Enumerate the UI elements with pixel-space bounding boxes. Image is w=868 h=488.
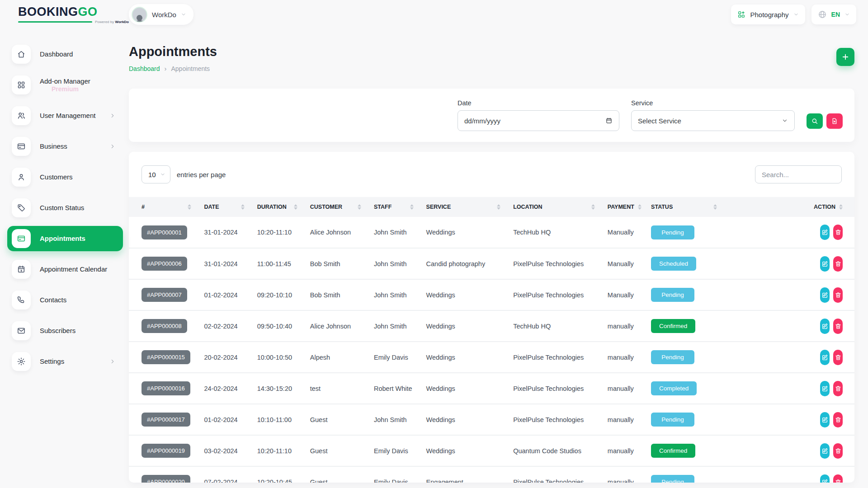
chevron-down-icon bbox=[181, 12, 186, 17]
globe-icon bbox=[818, 10, 827, 19]
cell-service: Weddings bbox=[420, 279, 507, 310]
sidebar-item-sublabel: Premium bbox=[40, 85, 90, 93]
cell-payment: manually bbox=[601, 435, 645, 466]
edit-button[interactable] bbox=[820, 443, 830, 459]
sidebar-item-business[interactable]: Business bbox=[7, 134, 123, 159]
edit-button[interactable] bbox=[820, 256, 830, 272]
delete-button[interactable] bbox=[833, 256, 843, 272]
chevron-right-icon bbox=[109, 358, 116, 365]
column-header-location[interactable]: LOCATION bbox=[507, 197, 601, 217]
sidebar-item-settings[interactable]: Settings bbox=[7, 349, 123, 374]
date-placeholder: dd/mm/yyyy bbox=[464, 117, 500, 125]
sidebar-item-label: Dashboard bbox=[40, 50, 73, 58]
column-header-staff[interactable]: STAFF bbox=[368, 197, 420, 217]
delete-button[interactable] bbox=[833, 225, 843, 240]
cell-payment: manually bbox=[601, 342, 645, 373]
cell-staff: Emily Davis bbox=[368, 466, 420, 483]
table-row: #APP0000016 24-02-2024 14:30-15:20 test … bbox=[129, 373, 854, 404]
edit-button[interactable] bbox=[820, 474, 830, 483]
apply-filter-button[interactable] bbox=[807, 113, 823, 129]
pencil-square-icon bbox=[821, 291, 829, 299]
column-header-date[interactable]: DATE bbox=[198, 197, 250, 217]
delete-button[interactable] bbox=[833, 412, 843, 427]
sidebar-item-custom-status[interactable]: Custom Status bbox=[7, 195, 123, 221]
column-header-service[interactable]: SERVICE bbox=[420, 197, 507, 217]
cell-duration: 09:50-10:40 bbox=[251, 310, 304, 342]
service-select[interactable]: Select Service bbox=[631, 110, 795, 131]
cell-service: Candid photography bbox=[420, 248, 507, 279]
sidebar-item-contacts[interactable]: Contacts bbox=[7, 287, 123, 313]
credit-card-icon bbox=[17, 142, 26, 151]
trash-icon bbox=[835, 354, 842, 361]
edit-button[interactable] bbox=[820, 350, 830, 365]
search-input[interactable] bbox=[755, 165, 842, 183]
sidebar-item-label: Settings bbox=[40, 357, 64, 365]
cell-duration: 09:20-10:10 bbox=[251, 279, 304, 310]
cell-staff: John Smith bbox=[368, 404, 420, 435]
edit-button[interactable] bbox=[820, 319, 830, 334]
logo-text-primary: BOOKING bbox=[18, 5, 78, 19]
edit-button[interactable] bbox=[820, 287, 830, 303]
delete-button[interactable] bbox=[833, 319, 843, 334]
cell-customer: Guest bbox=[304, 404, 368, 435]
trash-icon bbox=[835, 416, 842, 423]
reset-filter-button[interactable] bbox=[826, 113, 843, 129]
sidebar-item-appointment-calendar[interactable]: Appointment Calendar bbox=[7, 257, 123, 282]
status-badge: Pending bbox=[651, 413, 694, 427]
person-icon bbox=[17, 173, 26, 182]
entries-per-page-value: 10 bbox=[148, 171, 156, 178]
edit-button[interactable] bbox=[820, 412, 830, 427]
date-input[interactable]: dd/mm/yyyy bbox=[458, 110, 619, 131]
appointment-card-icon bbox=[17, 234, 26, 243]
filter-panel: Date dd/mm/yyyy Service Select Service bbox=[129, 89, 854, 142]
column-header-status[interactable]: STATUS bbox=[645, 197, 814, 217]
sidebar-item-label: Appointment Calendar bbox=[40, 265, 107, 273]
business-switcher-dropdown[interactable]: Photography bbox=[731, 5, 805, 24]
cell-duration: 10:10-11:00 bbox=[251, 404, 304, 435]
cell-date: 03-02-2024 bbox=[198, 435, 250, 466]
column-header-duration[interactable]: DURATION bbox=[251, 197, 304, 217]
edit-button[interactable] bbox=[820, 225, 830, 240]
home-icon bbox=[17, 50, 26, 59]
cell-staff: John Smith bbox=[368, 279, 420, 310]
workspace-dropdown[interactable]: WorkDo bbox=[129, 4, 193, 25]
sort-icon bbox=[188, 204, 191, 210]
column-header-customer[interactable]: CUSTOMER bbox=[304, 197, 368, 217]
sidebar-item-add-on-manager[interactable]: Add-on Manager Premium bbox=[7, 72, 123, 98]
page-title: Appointments bbox=[129, 44, 217, 59]
pencil-square-icon bbox=[821, 479, 829, 483]
cell-duration: 10:20-11:10 bbox=[251, 217, 304, 248]
cell-date: 01-02-2024 bbox=[198, 404, 250, 435]
calendar-icon bbox=[17, 265, 26, 274]
edit-button[interactable] bbox=[820, 381, 830, 396]
column-header-payment[interactable]: PAYMENT bbox=[601, 197, 645, 217]
sidebar-item-dashboard[interactable]: Dashboard bbox=[7, 42, 123, 67]
table-row: #APP000006 31-01-2024 11:00-11:45 Bob Sm… bbox=[129, 248, 854, 279]
breadcrumb-dashboard-link[interactable]: Dashboard bbox=[129, 65, 160, 72]
column-header-action[interactable]: ACTION bbox=[814, 197, 854, 217]
sidebar-item-customers[interactable]: Customers bbox=[7, 164, 123, 190]
add-appointment-button[interactable] bbox=[836, 48, 854, 66]
language-dropdown[interactable]: EN bbox=[811, 5, 856, 24]
cell-date: 07-02-2024 bbox=[198, 466, 250, 483]
chevron-right-icon bbox=[109, 113, 116, 119]
delete-button[interactable] bbox=[833, 443, 843, 459]
delete-button[interactable] bbox=[833, 381, 843, 396]
grid-icon bbox=[17, 80, 26, 89]
cell-staff: John Smith bbox=[368, 310, 420, 342]
sidebar-item-appointments[interactable]: Appointments bbox=[7, 226, 123, 251]
calendar-icon bbox=[605, 117, 613, 124]
sidebar-item-user-management[interactable]: User Management bbox=[7, 103, 123, 128]
status-badge: Pending bbox=[651, 350, 694, 364]
trash-icon bbox=[835, 385, 842, 392]
status-badge: Confirmed bbox=[651, 444, 695, 458]
entries-per-page-select[interactable]: 10 bbox=[142, 165, 170, 183]
cell-location: Quantum Code Studios bbox=[507, 435, 601, 466]
pencil-square-icon bbox=[821, 260, 829, 267]
delete-button[interactable] bbox=[833, 474, 843, 483]
column-header-id[interactable]: # bbox=[129, 197, 198, 217]
delete-button[interactable] bbox=[833, 287, 843, 303]
delete-button[interactable] bbox=[833, 350, 843, 365]
sidebar-item-subscribers[interactable]: Subscribers bbox=[7, 318, 123, 343]
cell-duration: 14:30-15:20 bbox=[251, 373, 304, 404]
